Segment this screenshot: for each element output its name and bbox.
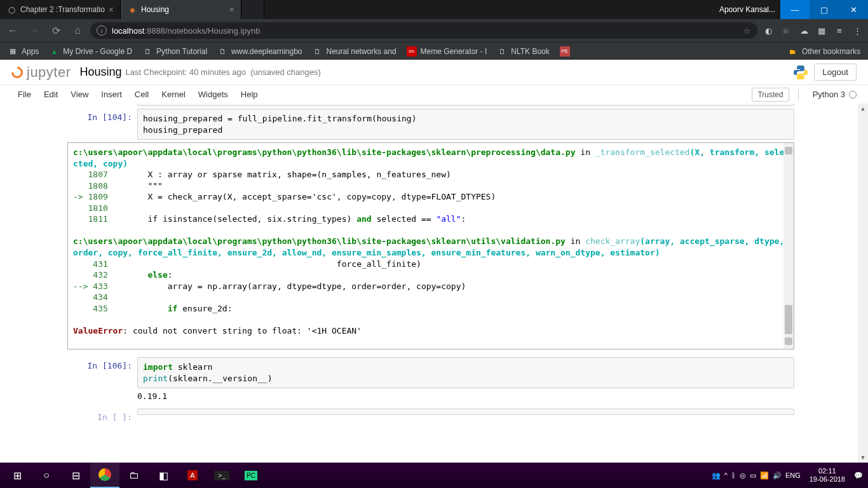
code-input[interactable]: import sklearn print(sklearn.__version__…	[137, 357, 794, 388]
tray-notifications-icon[interactable]: 💬	[854, 471, 863, 480]
cortana-button[interactable]: ○	[32, 463, 61, 488]
extension-icon[interactable]: ≡	[832, 24, 846, 37]
bookmark-item[interactable]: imMeme Generator - I	[403, 46, 491, 57]
page-icon: 🗋	[313, 46, 323, 57]
apps-icon: ▦	[8, 46, 18, 57]
new-tab-button[interactable]	[241, 0, 264, 19]
other-bookmarks[interactable]: 🖿Other bookmarks	[784, 46, 864, 57]
tray-battery-icon[interactable]: ▭	[750, 471, 756, 480]
jupyter-icon	[9, 64, 25, 80]
bookmark-item[interactable]: 🗋Python Tutorial	[139, 46, 211, 57]
chrome-taskbar-icon[interactable]	[90, 463, 119, 488]
code-cell-104[interactable]: In [104]: housing_prepared = full_pipeli…	[74, 109, 794, 140]
menu-edit[interactable]: Edit	[37, 90, 64, 99]
browser-menu-button[interactable]: ⋮	[850, 24, 864, 37]
tray-people-icon[interactable]: 👥	[712, 471, 721, 480]
forward-button[interactable]: →	[25, 22, 43, 39]
tab-title: Housing	[141, 5, 169, 14]
address-bar[interactable]: i localhost:8888/notebooks/Housing.ipynb…	[90, 22, 757, 39]
menu-kernel[interactable]: Kernel	[155, 90, 192, 99]
code-cell-empty[interactable]: In [ ]:	[74, 409, 794, 422]
page-icon: 🗋	[217, 46, 227, 57]
menu-view[interactable]: View	[64, 90, 95, 99]
jupyter-header: jupyter Housing Last Checkpoint: 40 minu…	[0, 60, 868, 85]
explorer-taskbar-icon[interactable]: 🗀	[119, 463, 149, 488]
home-button[interactable]: ⌂	[69, 22, 86, 39]
tray-wifi-icon[interactable]: 📶	[760, 471, 769, 480]
folder-icon: 🖿	[788, 46, 798, 57]
window-maximize-button[interactable]: ▢	[810, 0, 839, 19]
scroll-down-icon[interactable]	[785, 337, 792, 345]
menu-cell[interactable]: Cell	[128, 90, 155, 99]
apps-button[interactable]: ▦Apps	[4, 46, 43, 57]
pe-icon: PE	[560, 46, 570, 57]
tray-volume-icon[interactable]: 🔊	[773, 471, 782, 480]
tab-title: Chapter 2 :Transformatio	[20, 5, 105, 14]
menu-help[interactable]: Help	[234, 90, 264, 99]
page-icon: 🗋	[497, 46, 507, 57]
traceback-output[interactable]: c:\users\apoor\appdata\local\programs\py…	[67, 142, 794, 349]
window-minimize-button[interactable]: —	[780, 0, 810, 19]
tray-bluetooth-icon[interactable]: ᛒ	[731, 471, 736, 479]
traceback-cell: c:\users\apoor\appdata\local\programs\py…	[4, 142, 794, 349]
output-scrollbar[interactable]	[783, 143, 794, 349]
code-cell-106[interactable]: In [106]: import sklearn print(sklearn._…	[74, 357, 794, 405]
code-input[interactable]	[137, 409, 794, 415]
app-taskbar-icon[interactable]: ◧	[149, 463, 178, 488]
tray-up-icon[interactable]: ^	[724, 471, 728, 479]
menu-insert[interactable]: Insert	[95, 90, 128, 99]
browser-address-bar-row: ← → ⟳ ⌂ i localhost:8888/notebooks/Housi…	[0, 19, 868, 42]
notebook-title[interactable]: Housing	[80, 65, 122, 79]
taskbar-clock[interactable]: 02:11 19-06-2018	[804, 467, 850, 484]
menu-file[interactable]: File	[11, 90, 37, 99]
bookmark-item[interactable]: 🗋Neural networks and	[309, 46, 400, 57]
bookmark-item[interactable]: ▲My Drive - Google D	[45, 46, 136, 57]
extension-icon[interactable]: ◐	[761, 24, 775, 37]
bookmark-star-icon[interactable]: ☆	[743, 26, 751, 36]
task-view-button[interactable]: ⊟	[61, 463, 90, 488]
jupyter-logo[interactable]: jupyter	[11, 64, 71, 81]
browser-user[interactable]: Apoorv Kansal...	[714, 0, 780, 19]
browser-tab-strip: ◯ Chapter 2 :Transformatio × ◉ Housing ×…	[0, 0, 868, 19]
trusted-indicator[interactable]: Trusted	[752, 88, 789, 102]
extension-icon[interactable]: ▦	[815, 24, 829, 37]
cell-prompt: In [ ]:	[74, 409, 137, 422]
scroll-down-icon[interactable]: ▼	[858, 452, 868, 463]
bookmark-item[interactable]: 🗋NLTK Book	[493, 46, 553, 57]
extension-icon[interactable]: ☠	[779, 24, 793, 37]
kernel-status-icon	[849, 91, 857, 98]
page-icon: 🗋	[142, 46, 153, 57]
scroll-up-icon[interactable]: ▲	[858, 104, 868, 114]
close-icon[interactable]: ×	[109, 4, 114, 15]
drive-icon: ▲	[49, 46, 59, 57]
cell-prompt	[4, 142, 67, 349]
code-input[interactable]: housing_prepared = full_pipeline.fit_tra…	[137, 109, 794, 140]
acrobat-taskbar-icon[interactable]: A	[178, 463, 207, 488]
start-button[interactable]: ⊞	[3, 463, 32, 488]
cell-prompt: In [106]:	[74, 357, 137, 405]
url-path: :8888/notebooks/Housing.ipynb	[144, 26, 260, 36]
scroll-up-icon[interactable]	[785, 147, 792, 154]
meme-icon: im	[407, 46, 417, 57]
bookmark-item[interactable]: 🗋www.deeplearningbo	[214, 46, 306, 57]
scroll-thumb[interactable]	[785, 305, 792, 334]
browser-tab-1[interactable]: ◉ Housing ×	[121, 0, 241, 19]
kernel-name[interactable]: Python 3	[813, 90, 857, 99]
cell-prompt: In [104]:	[74, 109, 137, 140]
terminal-taskbar-icon[interactable]: >_	[207, 463, 236, 488]
menu-widgets[interactable]: Widgets	[192, 90, 234, 99]
close-icon[interactable]: ×	[229, 4, 234, 15]
tray-location-icon[interactable]: ◎	[740, 471, 746, 480]
site-info-icon[interactable]: i	[97, 25, 107, 36]
bookmark-item[interactable]: PE	[556, 46, 574, 57]
pycharm-taskbar-icon[interactable]: PC	[236, 463, 266, 488]
reload-button[interactable]: ⟳	[47, 22, 65, 39]
window-close-button[interactable]: ✕	[839, 0, 868, 19]
tray-lang[interactable]: ENG	[785, 471, 801, 479]
browser-tab-0[interactable]: ◯ Chapter 2 :Transformatio ×	[0, 0, 121, 19]
cell-prompt	[74, 104, 137, 106]
page-scrollbar[interactable]: ▲ ▼	[858, 104, 868, 463]
logout-button[interactable]: Logout	[814, 64, 857, 81]
back-button[interactable]: ←	[4, 22, 22, 39]
extension-icon[interactable]: ☁	[797, 24, 811, 37]
